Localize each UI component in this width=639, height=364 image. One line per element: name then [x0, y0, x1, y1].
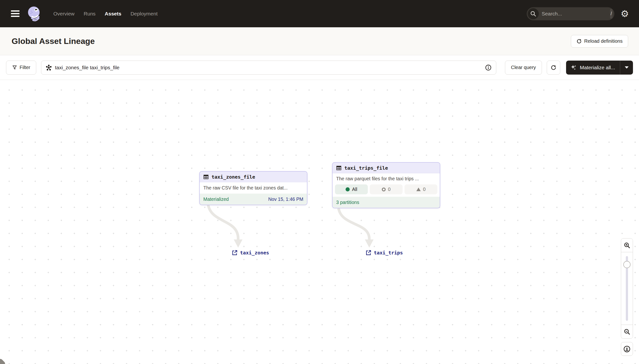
partitions-missing-pill[interactable]: 0	[370, 184, 403, 194]
asset-description: The raw parquet files for the taxi trips…	[333, 173, 440, 184]
page-header: Global Asset Lineage Reload definitions	[0, 27, 639, 55]
partitions-materialized-pill[interactable]: All	[335, 184, 368, 194]
table-icon	[336, 165, 342, 171]
nav-item-runs[interactable]: Runs	[84, 11, 96, 17]
zoom-slider-thumb[interactable]	[623, 261, 630, 268]
funnel-icon	[12, 65, 17, 70]
zoom-controls	[621, 238, 633, 356]
refresh-icon	[551, 65, 556, 70]
external-link-icon	[365, 250, 371, 256]
asset-description: The raw CSV file for the taxi zones dat.…	[200, 182, 307, 194]
missing-ring-icon	[382, 188, 386, 192]
lineage-edges	[0, 80, 639, 364]
caret-down-icon	[625, 66, 628, 68]
lineage-canvas[interactable]: taxi_zones_file The raw CSV file for the…	[0, 80, 639, 364]
zoom-out-icon	[624, 328, 630, 335]
search-shortcut-badge: /	[610, 9, 612, 18]
materialized-status: Materialized	[203, 196, 229, 202]
search-icon	[528, 8, 539, 19]
filter-button[interactable]: Filter	[6, 60, 36, 74]
lineage-toolbar: Filter Clear query Materialize all...	[0, 55, 639, 80]
refresh-button[interactable]	[547, 60, 560, 74]
zoom-in-icon	[624, 242, 630, 248]
materialize-all-split-button: Materialize all...	[566, 60, 633, 74]
downstream-link-taxi-trips[interactable]: taxi_trips	[365, 250, 403, 256]
reload-definitions-button[interactable]: Reload definitions	[571, 35, 628, 48]
search-input[interactable]	[539, 11, 610, 17]
materialized-timestamp[interactable]: Nov 15, 1:46 PM	[268, 196, 303, 202]
partition-status-pills: All 0 0	[333, 184, 440, 197]
asset-graph-icon	[46, 64, 52, 71]
global-search[interactable]: /	[527, 7, 614, 20]
downstream-link-taxi-zones[interactable]: taxi_zones	[231, 250, 269, 256]
settings-gear-icon[interactable]: ⚙	[621, 9, 629, 18]
asset-name: taxi_zones_file	[212, 174, 255, 180]
partitions-failed-pill[interactable]: 0	[404, 184, 437, 194]
download-view-button[interactable]	[621, 342, 633, 356]
menu-hamburger-icon[interactable]	[11, 10, 20, 17]
nav-item-assets[interactable]: Assets	[105, 11, 122, 17]
asset-name: taxi_trips_file	[344, 165, 388, 171]
sparkles-icon	[570, 64, 577, 71]
nav-item-deployment[interactable]: Deployment	[130, 11, 158, 17]
table-icon	[203, 174, 209, 180]
materialize-all-button[interactable]: Materialize all...	[566, 60, 620, 74]
main-nav: Overview Runs Assets Deployment	[53, 11, 158, 17]
top-navbar: Overview Runs Assets Deployment / ⚙	[0, 0, 639, 27]
asset-status-footer: Materialized Nov 15, 1:46 PM	[200, 194, 307, 205]
nav-item-overview[interactable]: Overview	[53, 11, 75, 17]
zoom-in-button[interactable]	[621, 238, 633, 252]
dagster-logo[interactable]	[26, 6, 42, 22]
asset-partitions-footer: 3 partitions	[333, 197, 440, 208]
failed-triangle-icon	[416, 188, 421, 191]
download-icon	[623, 346, 630, 353]
asset-node-taxi-zones-file[interactable]: taxi_zones_file The raw CSV file for the…	[199, 171, 307, 205]
asset-node-taxi-trips-file[interactable]: taxi_trips_file The raw parquet files fo…	[332, 162, 440, 208]
reload-icon	[576, 38, 582, 44]
external-link-icon	[231, 250, 238, 256]
materialized-dot-icon	[346, 187, 350, 192]
asset-node-header: taxi_trips_file	[333, 163, 440, 173]
zoom-out-button[interactable]	[621, 325, 633, 338]
asset-query-box[interactable]	[41, 60, 496, 74]
page-title: Global Asset Lineage	[12, 36, 95, 46]
partitions-count: 3 partitions	[336, 200, 359, 205]
zoom-slider[interactable]	[621, 252, 633, 325]
asset-query-input[interactable]	[55, 65, 482, 70]
info-icon[interactable]	[485, 64, 492, 71]
asset-node-header: taxi_zones_file	[200, 172, 307, 182]
clear-query-button[interactable]: Clear query	[505, 60, 542, 74]
materialize-options-button[interactable]	[620, 60, 633, 74]
